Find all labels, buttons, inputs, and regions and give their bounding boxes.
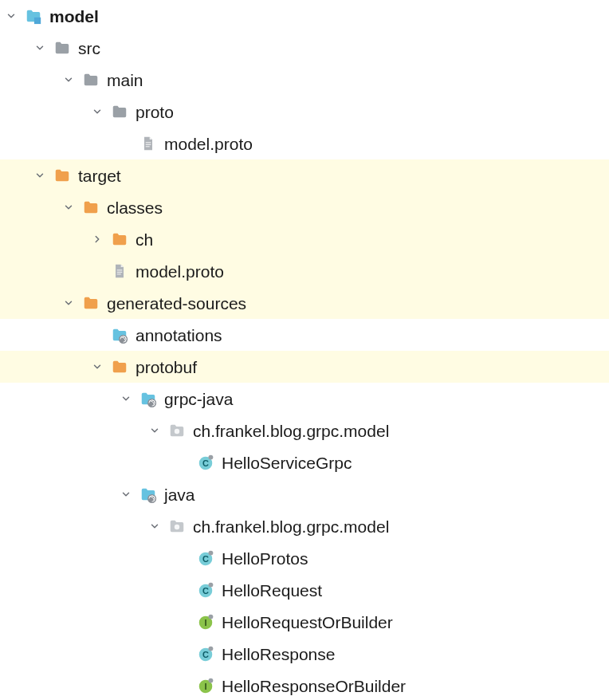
svg-point-26 xyxy=(208,647,213,651)
interface-icon: I xyxy=(196,676,215,695)
tree-item-label: classes xyxy=(107,199,163,216)
tree-item-label: generated-sources xyxy=(107,295,246,312)
svg-point-23 xyxy=(208,615,213,619)
tree-row[interactable]: C HelloServiceGrpc xyxy=(0,446,609,478)
tree-item-label: ch.frankel.blog.grpc.model xyxy=(193,518,389,535)
svg-text:I: I xyxy=(204,682,206,691)
generated-folder-icon xyxy=(139,389,158,408)
tree-item-label: ch.frankel.blog.grpc.model xyxy=(193,423,389,439)
tree-item-label: model xyxy=(49,8,99,25)
tree-row[interactable]: annotations xyxy=(0,319,609,351)
tree-item-label: ch xyxy=(136,231,153,248)
tree-item-label: HelloProtos xyxy=(222,550,308,567)
folder-icon xyxy=(110,357,129,376)
chevron-down-icon[interactable] xyxy=(61,72,77,88)
tree-row[interactable]: src xyxy=(0,32,609,64)
chevron-right-icon[interactable] xyxy=(89,231,105,247)
chevron-down-icon[interactable] xyxy=(89,104,105,120)
tree-item-label: HelloRequestOrBuilder xyxy=(222,614,393,631)
tree-item-label: proto xyxy=(136,104,174,120)
tree-row[interactable]: model.proto xyxy=(0,128,609,159)
chevron-down-icon[interactable] xyxy=(61,199,77,215)
tree-item-label: HelloServiceGrpc xyxy=(222,454,352,471)
tree-row[interactable]: generated-sources xyxy=(0,287,609,319)
tree-row[interactable]: C HelloRequest xyxy=(0,574,609,606)
tree-item-label: src xyxy=(78,40,100,57)
chevron-down-icon[interactable] xyxy=(147,518,163,534)
svg-text:C: C xyxy=(202,586,209,596)
package-icon xyxy=(167,421,187,440)
class-icon: C xyxy=(196,580,215,600)
svg-point-17 xyxy=(208,551,213,556)
tree-item-label: main xyxy=(107,72,143,88)
svg-text:C: C xyxy=(202,650,209,659)
svg-text:C: C xyxy=(202,458,209,468)
tree-item-label: model.proto xyxy=(164,136,253,152)
folder-icon xyxy=(81,293,100,313)
tree-row[interactable]: I HelloResponseOrBuilder xyxy=(0,670,609,700)
tree-item-label: HelloResponse xyxy=(222,646,335,663)
svg-text:I: I xyxy=(204,618,206,627)
tree-item-label: HelloResponseOrBuilder xyxy=(222,678,406,694)
package-icon xyxy=(167,517,187,536)
folder-icon xyxy=(81,198,100,217)
file-icon xyxy=(110,262,129,281)
tree-row[interactable]: I HelloRequestOrBuilder xyxy=(0,606,609,638)
tree-row[interactable]: C HelloResponse xyxy=(0,638,609,670)
svg-rect-2 xyxy=(146,144,151,145)
chevron-down-icon[interactable] xyxy=(118,486,134,502)
svg-rect-1 xyxy=(146,142,151,143)
tree-row[interactable]: ch.frankel.blog.grpc.model xyxy=(0,415,609,446)
tree-item-label: target xyxy=(78,167,121,184)
tree-row[interactable]: model xyxy=(0,0,609,32)
tree-item-label: model.proto xyxy=(136,263,224,280)
tree-row[interactable]: protobuf xyxy=(0,351,609,383)
svg-rect-3 xyxy=(146,146,150,147)
folder-icon xyxy=(53,166,72,185)
svg-point-20 xyxy=(208,583,213,588)
tree-row[interactable]: ch xyxy=(0,223,609,255)
tree-row[interactable]: target xyxy=(0,159,609,191)
folder-icon xyxy=(110,102,129,121)
chevron-down-icon[interactable] xyxy=(118,391,134,407)
tree-row[interactable]: ch.frankel.blog.grpc.model xyxy=(0,510,609,542)
tree-row[interactable]: main xyxy=(0,64,609,96)
folder-icon xyxy=(81,70,100,89)
tree-row[interactable]: classes xyxy=(0,191,609,223)
tree-item-label: HelloRequest xyxy=(222,582,322,599)
tree-row[interactable]: grpc-java xyxy=(0,383,609,415)
chevron-down-icon[interactable] xyxy=(89,359,105,375)
folder-icon xyxy=(110,230,129,249)
svg-rect-0 xyxy=(34,18,41,24)
svg-text:C: C xyxy=(202,554,209,564)
tree-item-label: java xyxy=(164,486,195,503)
tree-item-label: grpc-java xyxy=(164,391,233,407)
chevron-down-icon[interactable] xyxy=(61,295,77,311)
class-icon: C xyxy=(196,453,215,472)
folder-icon xyxy=(53,38,72,57)
tree-row[interactable]: model.proto xyxy=(0,255,609,287)
chevron-down-icon[interactable] xyxy=(32,167,48,183)
chevron-down-icon[interactable] xyxy=(147,423,163,438)
module-folder-icon xyxy=(24,6,43,26)
generated-folder-icon xyxy=(110,325,129,344)
svg-rect-6 xyxy=(117,273,121,274)
generated-folder-icon xyxy=(139,485,158,504)
tree-row[interactable]: java xyxy=(0,478,609,510)
svg-point-9 xyxy=(175,429,179,434)
svg-point-29 xyxy=(208,678,213,683)
tree-item-label: annotations xyxy=(136,327,222,344)
svg-point-14 xyxy=(175,525,179,529)
svg-rect-4 xyxy=(117,269,123,270)
class-icon: C xyxy=(196,644,215,663)
tree-row[interactable]: proto xyxy=(0,96,609,128)
class-icon: C xyxy=(196,549,215,568)
file-icon xyxy=(139,134,158,153)
svg-rect-5 xyxy=(117,272,123,273)
interface-icon: I xyxy=(196,612,215,631)
tree-row[interactable]: C HelloProtos xyxy=(0,542,609,574)
tree-item-label: protobuf xyxy=(136,359,197,376)
svg-point-12 xyxy=(208,455,213,460)
chevron-down-icon[interactable] xyxy=(3,8,19,24)
chevron-down-icon[interactable] xyxy=(32,40,48,56)
